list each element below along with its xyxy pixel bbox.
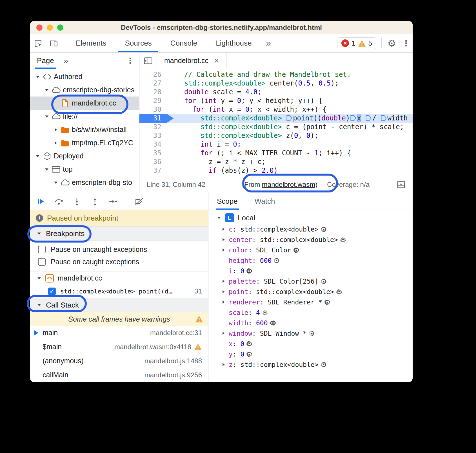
breakpoints-section-header[interactable]: Breakpoints [30, 226, 208, 241]
scope-var-width[interactable]: width: 600 [208, 318, 413, 328]
inspect-element-icon[interactable] [30, 34, 46, 52]
issues-badge[interactable]: × 1 5 [337, 37, 376, 49]
memory-inspector-chip-icon[interactable] [324, 299, 331, 306]
scope-var-x[interactable]: x: 0 [208, 338, 413, 349]
chevron-right-icon[interactable] [221, 237, 229, 242]
step-over-icon[interactable] [54, 197, 64, 206]
zoom-window-button[interactable] [57, 24, 63, 31]
chevron-right-icon[interactable] [221, 227, 229, 231]
scope-var-y[interactable]: y: 0 [208, 349, 413, 359]
stack-frame-callmain[interactable]: callMainmandelbrot.js:9256 [30, 368, 208, 382]
chevron-right-icon[interactable] [52, 127, 59, 132]
memory-inspector-chip-icon[interactable] [273, 257, 280, 264]
step-out-icon[interactable] [90, 197, 100, 206]
tab-watch[interactable]: Watch [253, 193, 276, 210]
code-line-31[interactable]: 31 std::complex<double> point((double)x … [139, 114, 413, 123]
line-number-gutter[interactable]: 27 [139, 79, 169, 88]
close-tab-icon[interactable]: × [214, 57, 219, 65]
scope-var-point[interactable]: point: std::complex<double> [208, 286, 413, 297]
memory-inspector-chip-icon[interactable] [320, 278, 327, 285]
exception-option-row[interactable]: Pause on caught exceptions [30, 255, 208, 268]
chevron-right-icon[interactable] [221, 331, 229, 335]
minimize-window-button[interactable] [47, 24, 53, 31]
scope-var-window[interactable]: window: SDL_Window * [208, 328, 413, 338]
step-icon[interactable] [108, 197, 118, 206]
memory-inspector-chip-icon[interactable] [320, 226, 327, 233]
checkbox[interactable] [38, 246, 46, 253]
code-line-35[interactable]: 35 for (; i < MAX_ITER_COUNT - 1; i++) { [139, 149, 413, 158]
code-line-26[interactable]: 26 // Calculate and draw the Mandelbrot … [139, 70, 413, 79]
exception-option-row[interactable]: Pause on uncaught exceptions [30, 243, 208, 255]
toggle-drawer-icon[interactable] [397, 181, 405, 189]
code-line-27[interactable]: 27 std::complex<double> center(0.5, 0.5)… [139, 79, 413, 88]
scope-var-renderer[interactable]: renderer: SDL_Renderer * [208, 297, 413, 307]
inline-breakpoint-flag-icon[interactable] [365, 115, 372, 122]
chevron-down-icon[interactable] [52, 180, 59, 185]
line-number-gutter[interactable]: 32 [139, 123, 169, 131]
checkbox[interactable] [38, 258, 46, 266]
tree-item-tmp-tmp-elctq2yc[interactable]: tmp/tmp.ELcTq2YC [30, 136, 139, 149]
wasm-file-link[interactable]: mandelbrot.wasm [262, 181, 315, 188]
breakpoint-checkbox[interactable] [48, 288, 56, 295]
tab-page[interactable]: Page [35, 53, 56, 69]
memory-inspector-chip-icon[interactable] [246, 268, 253, 274]
toggle-navigator-icon[interactable] [139, 53, 157, 69]
stack-frame-$main[interactable]: $mainmandelbrot.wasm:0x4118 [30, 340, 208, 354]
chevron-down-icon[interactable] [34, 154, 41, 158]
memory-inspector-chip-icon[interactable] [308, 330, 315, 337]
tree-item-b-s-w-ir-x-w-install[interactable]: b/s/w/ir/x/w/install [30, 123, 139, 136]
scope-var-scale[interactable]: scale: 4 [208, 307, 413, 318]
memory-inspector-chip-icon[interactable] [340, 236, 346, 243]
inline-breakpoint-flag-icon[interactable] [381, 115, 387, 122]
tab-lighthouse[interactable]: Lighthouse [206, 34, 261, 52]
tab-scope[interactable]: Scope [216, 193, 239, 210]
code-line-32[interactable]: 32 std::complex<double> c = (point - cen… [139, 123, 413, 131]
chevron-down-icon[interactable] [43, 88, 50, 92]
resume-script-icon[interactable] [36, 197, 46, 206]
chevron-down-icon[interactable] [43, 114, 50, 119]
chevron-right-icon[interactable] [221, 290, 229, 294]
breakpoint-file-group[interactable]: <>mandelbrot.cc [30, 271, 208, 285]
customize-menu-icon[interactable]: ⋮ [400, 34, 413, 52]
more-panels-chevron[interactable]: » [261, 34, 276, 52]
inline-breakpoint-flag-icon[interactable] [286, 115, 293, 122]
tree-item-emscripten-dbg-stories[interactable]: emscripten-dbg-stories [30, 83, 139, 97]
line-number-gutter[interactable]: 26 [139, 70, 169, 79]
line-number-gutter[interactable]: 30 [139, 105, 169, 114]
scope-var-color[interactable]: color: SDL_Color [208, 245, 413, 255]
tab-console[interactable]: Console [161, 34, 206, 52]
line-number-gutter[interactable]: 31 [139, 114, 169, 123]
scope-var-height[interactable]: height: 600 [208, 255, 413, 266]
scope-var-center[interactable]: center: std::complex<double> [208, 234, 413, 245]
tab-elements[interactable]: Elements [66, 34, 115, 52]
chevron-down-icon[interactable] [34, 75, 41, 79]
code-editor[interactable]: 2526 // Calculate and draw the Mandelbro… [139, 69, 413, 176]
tree-item-file-[interactable]: file:// [30, 110, 139, 123]
memory-inspector-chip-icon[interactable] [293, 247, 300, 254]
code-line-29[interactable]: 29 for (int y = 0; y < height; y++) { [139, 97, 413, 105]
tree-item-top[interactable]: top [30, 163, 139, 176]
code-line-34[interactable]: 34 int i = 0; [139, 140, 413, 149]
navigator-more-tabs-chevron[interactable]: » [64, 56, 68, 66]
scope-var-c[interactable]: c: std::complex<double> [208, 224, 413, 234]
chevron-right-icon[interactable] [52, 141, 59, 145]
step-into-icon[interactable] [72, 197, 82, 206]
deactivate-breakpoints-icon[interactable] [134, 197, 144, 206]
line-number-gutter[interactable]: 33 [139, 131, 169, 140]
chevron-down-icon[interactable] [43, 167, 50, 172]
line-number-gutter[interactable]: 28 [139, 88, 169, 97]
scope-var-i[interactable]: i: 0 [208, 266, 413, 276]
scope-local-row[interactable]: L Local [208, 212, 413, 224]
breakpoint-entry[interactable]: std::complex<double> point((d…31 [30, 285, 208, 298]
line-number-gutter[interactable]: 37 [139, 166, 169, 175]
code-line-33[interactable]: 33 std::complex<double> z(0, 0); [139, 131, 413, 140]
line-number-gutter[interactable]: 36 [139, 158, 169, 166]
close-window-button[interactable] [36, 24, 43, 31]
tree-item-mandelbrot-cc[interactable]: mandelbrot.cc [30, 97, 139, 110]
settings-gear-icon[interactable]: ⚙ [384, 34, 400, 52]
chevron-right-icon[interactable] [221, 362, 229, 367]
tree-item-emscripten-dbg-sto[interactable]: emscripten-dbg-sto [30, 176, 139, 189]
chevron-right-icon[interactable] [221, 300, 229, 304]
line-number-gutter[interactable]: 29 [139, 97, 169, 105]
memory-inspector-chip-icon[interactable] [246, 351, 253, 358]
